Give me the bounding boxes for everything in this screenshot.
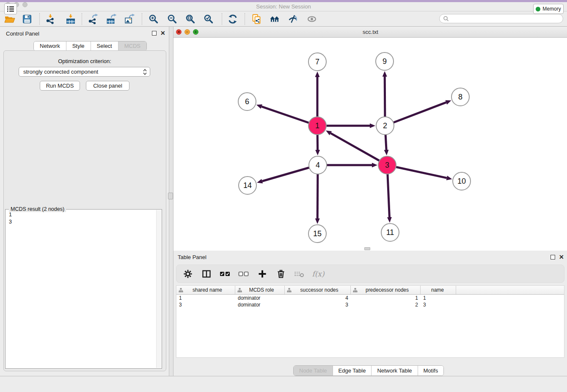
zoom-out-icon[interactable] xyxy=(166,13,178,25)
tab-edge-table[interactable]: Edge Table xyxy=(333,366,372,375)
show-graphics-details-icon[interactable] xyxy=(306,13,318,25)
table-cell[interactable]: dominator xyxy=(235,301,285,308)
edge-2-8[interactable] xyxy=(385,100,451,126)
table-cell[interactable]: 4 xyxy=(285,295,351,301)
toolbar-separator xyxy=(39,13,40,25)
node-4[interactable]: 4 xyxy=(309,156,327,174)
table-panel-title: Table Panel xyxy=(178,254,206,260)
node-6[interactable]: 6 xyxy=(238,93,256,110)
float-table-panel-icon[interactable] xyxy=(550,255,555,259)
tab-mcds[interactable]: MCDS xyxy=(118,41,146,51)
sitemap-icon xyxy=(237,288,242,293)
node-10[interactable]: 10 xyxy=(453,172,471,190)
network-canvas[interactable]: 7968124314101511 xyxy=(173,38,567,251)
edge-4-14[interactable] xyxy=(257,165,318,183)
delete-columns-icon[interactable] xyxy=(275,268,287,280)
float-panel-icon[interactable] xyxy=(152,31,157,36)
export-table-icon[interactable] xyxy=(105,13,117,25)
table-cell[interactable]: 2 xyxy=(351,301,421,308)
vertical-splitter-handle[interactable] xyxy=(168,193,173,199)
criterion-value: strongly connected component xyxy=(23,67,98,76)
select-all-columns-icon[interactable] xyxy=(219,268,231,280)
node-2[interactable]: 2 xyxy=(376,117,394,135)
network-canvas-svg: 7968124314101511 xyxy=(173,38,567,251)
toolbar-separator xyxy=(222,13,222,25)
table-row[interactable]: 3dominator323 xyxy=(176,301,564,308)
export-network-icon[interactable] xyxy=(87,13,99,25)
svg-text:9: 9 xyxy=(383,57,387,66)
tab-network-table[interactable]: Network Table xyxy=(372,366,418,375)
hide-graphics-details-icon[interactable] xyxy=(287,13,299,25)
column-header-name[interactable]: name xyxy=(421,286,456,294)
node-table: shared nameMCDS rolesuccessor nodesprede… xyxy=(176,285,564,358)
close-panel-icon[interactable]: ✕ xyxy=(160,30,165,36)
export-image-icon[interactable] xyxy=(124,13,135,25)
memory-label: Memory xyxy=(542,6,561,12)
network-minimize-button[interactable]: − xyxy=(184,29,190,35)
node-8[interactable]: 8 xyxy=(451,88,469,106)
tab-node-table[interactable]: Node Table xyxy=(294,366,333,375)
zoom-fit-icon[interactable] xyxy=(184,13,196,25)
close-panel-button[interactable]: Close panel xyxy=(86,81,129,91)
table-row[interactable]: 1dominator411 xyxy=(176,295,564,301)
node-7[interactable]: 7 xyxy=(308,53,326,71)
mcds-result-box: MCDS result (2 nodes) 1 3 xyxy=(5,209,162,369)
mcds-result-title: MCDS result (2 nodes) xyxy=(9,206,66,212)
save-session-icon[interactable] xyxy=(21,13,33,25)
column-header-MCDS-role[interactable]: MCDS role xyxy=(235,286,285,294)
svg-text:7: 7 xyxy=(315,58,319,66)
home-icon[interactable] xyxy=(269,13,281,25)
horizontal-splitter-handle[interactable] xyxy=(364,247,370,250)
edge-3-10[interactable] xyxy=(387,165,452,180)
column-header-successor-nodes[interactable]: successor nodes xyxy=(285,286,351,294)
unselect-all-columns-icon[interactable] xyxy=(237,268,250,280)
task-history-button[interactable] xyxy=(4,3,17,14)
create-column-icon[interactable] xyxy=(256,268,269,280)
node-3[interactable]: 3 xyxy=(378,156,396,174)
import-network-icon[interactable] xyxy=(44,13,56,25)
table-cell[interactable]: dominator xyxy=(235,295,285,301)
search-box[interactable] xyxy=(439,14,563,23)
zoom-selected-icon[interactable] xyxy=(203,13,215,25)
criterion-dropdown[interactable]: strongly connected component xyxy=(19,67,150,77)
search-input[interactable] xyxy=(451,15,559,22)
table-options-icon[interactable] xyxy=(182,268,194,280)
run-mcds-button[interactable]: Run MCDS xyxy=(40,81,80,91)
status-bar xyxy=(0,376,567,392)
node-table-body: 1dominator4113dominator323 xyxy=(176,295,564,308)
close-table-panel-icon[interactable]: ✕ xyxy=(559,254,564,259)
table-cell[interactable]: 1 xyxy=(421,295,456,301)
network-zoom-button[interactable]: + xyxy=(193,29,198,35)
tab-network[interactable]: Network xyxy=(34,41,66,51)
table-cell[interactable]: 3 xyxy=(285,301,351,308)
node-15[interactable]: 15 xyxy=(308,225,326,243)
table-cell[interactable]: 3 xyxy=(421,301,456,308)
node-9[interactable]: 9 xyxy=(376,52,394,70)
node-1[interactable]: 1 xyxy=(308,117,326,135)
network-close-button[interactable]: ✕ xyxy=(176,29,182,35)
tab-style[interactable]: Style xyxy=(66,41,91,51)
import-table-icon[interactable] xyxy=(65,13,77,25)
mcds-result-lines: 1 3 xyxy=(6,211,15,226)
zoom-in-icon[interactable] xyxy=(148,13,160,25)
column-header-shared-name[interactable]: shared name xyxy=(176,286,235,294)
show-columns-icon[interactable] xyxy=(200,268,213,280)
memory-button[interactable]: Memory xyxy=(533,4,564,14)
node-11[interactable]: 11 xyxy=(381,224,399,241)
edge-1-6[interactable] xyxy=(256,104,317,126)
svg-text:15: 15 xyxy=(313,229,322,238)
tab-motifs[interactable]: Motifs xyxy=(418,366,444,375)
table-cell[interactable]: 3 xyxy=(176,301,235,308)
svg-text:11: 11 xyxy=(386,228,394,237)
table-cell[interactable]: 1 xyxy=(351,295,421,301)
tab-select[interactable]: Select xyxy=(91,41,118,51)
result-scrollbar[interactable] xyxy=(156,210,161,368)
column-header-predecessor-nodes[interactable]: predecessor nodes xyxy=(351,286,421,294)
sitemap-icon xyxy=(287,288,292,293)
node-14[interactable]: 14 xyxy=(239,177,256,194)
open-file-icon[interactable] xyxy=(4,13,16,25)
new-network-from-selection-icon[interactable] xyxy=(250,13,262,25)
apply-layout-icon[interactable] xyxy=(227,13,239,25)
table-cell[interactable]: 1 xyxy=(176,295,235,301)
edge-3-1[interactable] xyxy=(326,130,387,165)
